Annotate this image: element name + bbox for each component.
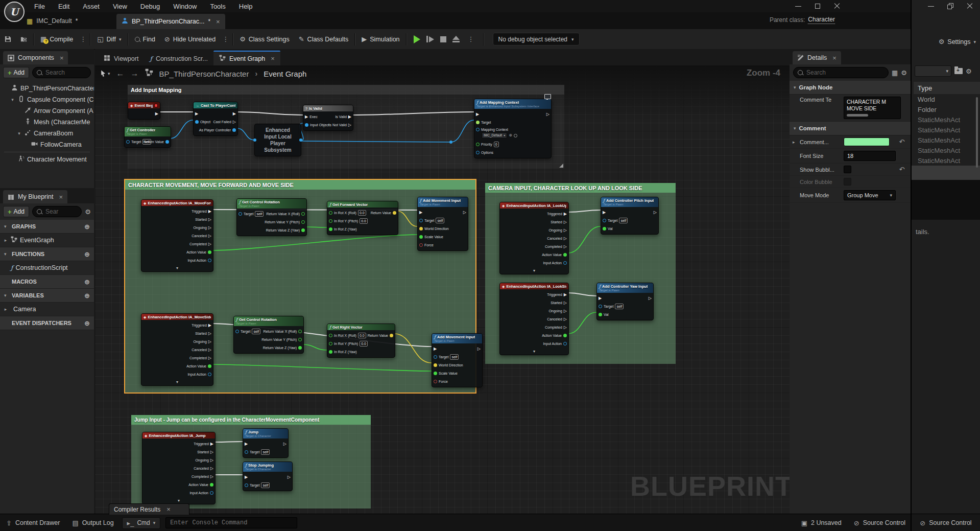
obj-pin[interactable] [238, 212, 242, 216]
compile-button[interactable]: ▦? Compile [36, 33, 78, 46]
obj-pin[interactable] [599, 305, 602, 308]
exec-pin[interactable]: ▶ [208, 209, 211, 214]
section-macros[interactable]: MACROS⊕ [0, 275, 94, 289]
component-row-arrow-component-a[interactable]: Arrow Component (A [0, 105, 94, 117]
outliner-row[interactable]: StaticMeshAct [914, 114, 976, 125]
add-blueprint-item-button[interactable]: +Add [3, 206, 29, 217]
pin-value-box[interactable]: self [255, 211, 264, 217]
exec-pin[interactable]: ▶ [476, 112, 479, 117]
tab-imc-default[interactable]: ▦ IMC_Default * [27, 14, 78, 28]
obj-pin[interactable] [476, 151, 480, 154]
node-ia-jump[interactable]: ◈EnhancedInputAction IA_JumpTriggered▶St… [142, 432, 216, 504]
close-panel-icon[interactable]: × [60, 55, 64, 61]
vec-pin[interactable] [390, 334, 393, 337]
outliner-row[interactable]: Folder [914, 104, 976, 114]
float-pin[interactable] [329, 219, 332, 223]
section-graph-node[interactable]: ▾Graph Node [790, 81, 911, 95]
close-tab-icon[interactable]: × [216, 18, 220, 25]
breadcrumb-root[interactable]: BP_ThirdPersonCharacter [159, 70, 249, 78]
graph-pointer-icon[interactable]: ▾ [100, 70, 110, 77]
node-enhanced-input-local-player-subsystem[interactable]: EnhancedInput LocalPlayerSubsystem [254, 124, 301, 156]
obj-pin[interactable] [603, 219, 606, 222]
compile-options-icon[interactable]: ⋮ [78, 35, 88, 43]
exec-pin[interactable]: ▶ [599, 296, 602, 301]
exec-pin[interactable]: ▷ [210, 458, 213, 463]
exec-pin[interactable]: ▷ [564, 228, 567, 233]
exec-pin[interactable]: ▷ [208, 234, 211, 238]
exec-pin[interactable]: ▶ [348, 114, 351, 119]
node-get-control-rotation-2[interactable]: ƒGet Control RotationTarget is PawnTarge… [233, 316, 304, 354]
exec-pin[interactable]: ▷ [208, 217, 211, 222]
float-pin[interactable] [419, 235, 423, 239]
outliner-row[interactable]: StaticMeshAct [914, 145, 976, 155]
tab-components[interactable]: Components × [3, 51, 68, 64]
pin-value-box[interactable]: 0.0 [360, 218, 368, 224]
section-variables[interactable]: ▾VARIABLES⊕ [0, 289, 94, 303]
minimize-button[interactable] [795, 3, 801, 9]
float-pin[interactable] [563, 253, 567, 257]
maximize-button[interactable] [815, 3, 821, 9]
tab-compiler-results[interactable]: Compiler Results × [109, 503, 189, 515]
add-icon[interactable]: ⊕ [84, 278, 90, 286]
blueprint-item-camera[interactable]: ▸Camera [0, 303, 94, 316]
collapse-chevron-icon[interactable]: ▾ [500, 268, 568, 274]
pin-value-box[interactable]: self [261, 482, 270, 488]
node-stop-jumping[interactable]: ƒStop JumpingTarget is Character▶▷Target… [243, 461, 293, 491]
details-search[interactable] [793, 67, 889, 78]
add-icon[interactable]: ⊕ [84, 319, 90, 327]
target-pin[interactable] [476, 121, 480, 124]
exec-pin[interactable]: ▶ [245, 475, 248, 479]
node-add-controller-yaw-input[interactable]: ƒAdd Controller Yaw InputTarget is Pawn▶… [596, 283, 654, 320]
diff-button[interactable]: ◱Diff▾ [92, 33, 126, 46]
exec-pin[interactable]: ▶ [195, 111, 198, 116]
close-tab-icon[interactable]: × [271, 55, 275, 62]
vec-pin[interactable] [434, 363, 437, 367]
float-pin[interactable] [329, 342, 332, 345]
exec-pin[interactable]: ▷ [564, 317, 567, 321]
exec-pin[interactable]: ▷ [288, 475, 291, 479]
menu-view[interactable]: View [106, 3, 134, 10]
component-row-bp-thirdpersoncharacter[interactable]: BP_ThirdPersonCharacter [0, 83, 94, 94]
close-button[interactable] [967, 3, 973, 9]
my-blueprint-search[interactable] [32, 206, 82, 217]
float-pin[interactable] [329, 211, 332, 215]
collapse-chevron-icon[interactable]: ▾ [500, 349, 568, 355]
frame-skip-button[interactable] [426, 36, 434, 42]
exec-pin[interactable]: ▷ [208, 242, 211, 246]
exec-pin[interactable]: ▷ [477, 347, 481, 351]
obj-pin[interactable] [419, 219, 423, 222]
exec-pin[interactable]: ▷ [564, 236, 567, 241]
menu-tools[interactable]: Tools [203, 3, 232, 10]
close-panel-icon[interactable]: × [59, 194, 63, 200]
outliner-highlight-row[interactable] [912, 166, 980, 180]
exec-pin[interactable]: ▷ [463, 210, 466, 215]
add-folder-icon[interactable] [954, 68, 963, 74]
close-tab-icon[interactable]: × [166, 506, 171, 513]
value-dropdown[interactable]: Group Move▾ [844, 190, 896, 200]
float-pin[interactable] [301, 220, 305, 224]
float-pin[interactable] [208, 250, 211, 254]
outliner-row[interactable]: World [914, 94, 976, 104]
exec-pin[interactable]: ▶ [305, 114, 308, 119]
float-pin[interactable] [603, 227, 606, 230]
node-jump[interactable]: ƒJumpTarget is Character▶▷Targetself [243, 428, 289, 458]
blueprint-settings-gear-icon[interactable]: ⚙ [85, 208, 91, 216]
node-cast-to-playercontroller[interactable]: →Cast To PlayerController▶▶ObjectCast Fa… [193, 102, 238, 136]
component-row-character-movement[interactable]: Character Movement [0, 154, 94, 165]
float-pin[interactable] [599, 313, 602, 316]
object-in-pin[interactable] [253, 138, 256, 142]
exec-pin[interactable]: ▷ [208, 356, 211, 360]
components-search[interactable] [32, 67, 91, 78]
collapse-chevron-icon[interactable]: ▾ [141, 380, 213, 385]
float-pin[interactable] [329, 350, 332, 354]
pin-value-box[interactable]: self [450, 354, 459, 360]
exec-pin[interactable]: ▷ [564, 301, 567, 305]
node-ia-lookup[interactable]: ◈EnhancedInputAction IA_LookUpTriggered▶… [499, 202, 569, 274]
comment-text-box[interactable]: CHARACTER MMOVE SIDE [844, 97, 901, 119]
event-graph-canvas[interactable]: BLUEPRINT ▾ ← → BP_ThirdPersonCharacter … [95, 65, 790, 514]
exec-pin[interactable]: ▶ [419, 210, 422, 215]
float-pin[interactable] [298, 338, 302, 341]
exec-pin[interactable]: ▷ [233, 120, 236, 124]
pin-value-box[interactable]: self [615, 304, 624, 309]
exec-pin[interactable]: ▷ [210, 450, 213, 454]
